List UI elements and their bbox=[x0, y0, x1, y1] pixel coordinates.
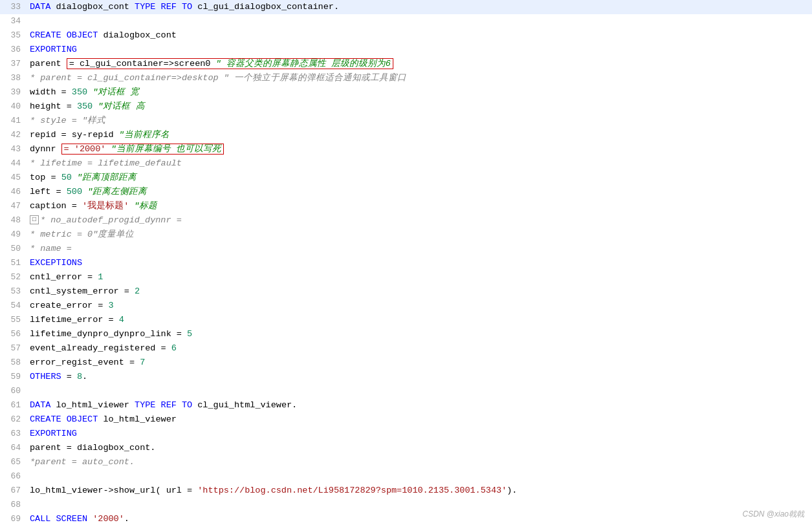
code-token: parent = dialogbox_cont. bbox=[30, 443, 155, 453]
line-content[interactable]: cntl_system_error = 2 bbox=[27, 284, 812, 299]
line-content[interactable]: EXCEPTIONS bbox=[27, 256, 812, 270]
code-token: caption bbox=[30, 201, 67, 211]
line-content[interactable]: *parent = auto_cont. bbox=[27, 455, 812, 469]
table-row: 44* lifetime = lifetime_default bbox=[0, 156, 812, 171]
table-row: 52 cntl_error = 1 bbox=[0, 270, 812, 284]
line-content[interactable]: □* no_autodef_progid_dynnr = bbox=[27, 213, 812, 228]
code-token: * bbox=[30, 116, 40, 125]
line-content[interactable]: height = 350 "对话框 高 bbox=[27, 100, 812, 114]
code-token: . bbox=[292, 400, 297, 410]
code-token: EXPORTING bbox=[30, 45, 77, 54]
code-token: create_error bbox=[30, 301, 93, 310]
table-row: 51 EXCEPTIONS bbox=[0, 256, 812, 270]
code-token: CALL SCREEN bbox=[30, 514, 93, 524]
code-token: "距离左侧距离 bbox=[82, 187, 147, 197]
line-content[interactable]: dynnr = '2000' "当前屏幕编号 也可以写死 bbox=[27, 142, 812, 156]
line-number: 57 bbox=[0, 341, 27, 356]
line-content[interactable]: * parent = cl_gui_container=>desktop " 一… bbox=[27, 71, 812, 85]
line-content[interactable]: OTHERS = 8. bbox=[27, 370, 812, 384]
line-content[interactable]: EXPORTING bbox=[27, 427, 812, 441]
code-token: = bbox=[45, 173, 61, 182]
code-token: 4 bbox=[119, 315, 124, 325]
code-token: name bbox=[40, 244, 61, 253]
table-row: 34 bbox=[0, 14, 812, 28]
line-content[interactable]: top = 50 "距离顶部距离 bbox=[27, 171, 812, 185]
code-token: dialogbox_cont bbox=[103, 30, 176, 40]
table-row: 48□* no_autodef_progid_dynnr = bbox=[0, 213, 812, 228]
code-token: * bbox=[30, 158, 40, 168]
line-content[interactable]: event_already_registered = 6 bbox=[27, 341, 812, 356]
code-token: "当前程序名 bbox=[114, 130, 170, 140]
code-token: lifetime_error bbox=[30, 315, 103, 325]
table-row: 33DATA dialogbox_cont TYPE REF TO cl_gui… bbox=[0, 0, 812, 14]
table-row: 57 event_already_registered = 6 bbox=[0, 341, 812, 356]
line-content[interactable]: error_regist_event = 7 bbox=[27, 356, 812, 370]
line-content[interactable]: * style = "样式 bbox=[27, 114, 812, 128]
line-content[interactable]: * name = bbox=[27, 242, 812, 256]
table-row: 67lo_html_viewer->show_url( url = 'https… bbox=[0, 484, 812, 498]
line-content[interactable]: * metric = 0"度量单位 bbox=[27, 228, 812, 242]
line-content[interactable]: parent = dialogbox_cont. bbox=[27, 441, 812, 455]
expand-icon[interactable]: □ bbox=[30, 215, 39, 224]
line-content[interactable]: DATA dialogbox_cont TYPE REF TO cl_gui_d… bbox=[27, 0, 812, 14]
line-number: 64 bbox=[0, 441, 27, 455]
line-content[interactable]: caption = '我是标题' "标题 bbox=[27, 199, 812, 213]
code-token: sy-repid bbox=[72, 130, 114, 140]
line-content[interactable]: CREATE OBJECT dialogbox_cont bbox=[27, 28, 812, 43]
code-token: EXPORTING bbox=[30, 429, 77, 438]
line-number: 65 bbox=[0, 455, 27, 469]
line-content[interactable]: cntl_error = 1 bbox=[27, 270, 812, 284]
code-token: . bbox=[82, 372, 87, 381]
line-content[interactable]: lifetime_error = 4 bbox=[27, 313, 812, 327]
line-content[interactable]: left = 500 "距离左侧距离 bbox=[27, 185, 812, 199]
line-number: 68 bbox=[0, 498, 27, 512]
code-token: lifetime_dynpro_dynpro_link bbox=[30, 329, 171, 339]
line-number: 46 bbox=[0, 185, 27, 199]
table-row: 65 *parent = auto_cont. bbox=[0, 455, 812, 469]
code-token: = bbox=[155, 343, 171, 353]
code-token: cntl_error bbox=[30, 272, 82, 282]
code-token: = "样式 bbox=[67, 116, 105, 125]
code-token: '我是标题' bbox=[82, 201, 129, 211]
line-number: 33 bbox=[0, 0, 27, 14]
code-token: TYPE bbox=[135, 2, 161, 12]
line-content[interactable]: create_error = 3 bbox=[27, 299, 812, 313]
code-token: top bbox=[30, 173, 45, 182]
table-row: 59 OTHERS = 8. bbox=[0, 370, 812, 384]
table-row: 43 dynnr = '2000' "当前屏幕编号 也可以写死 bbox=[0, 142, 812, 156]
line-number: 45 bbox=[0, 171, 27, 185]
line-content[interactable]: lifetime_dynpro_dynpro_link = 5 bbox=[27, 327, 812, 341]
code-token: 5 bbox=[187, 329, 192, 339]
code-token: error_regist_event bbox=[30, 358, 124, 367]
code-token: "对话框 宽 bbox=[87, 87, 139, 97]
table-row: 47 caption = '我是标题' "标题 bbox=[0, 199, 812, 213]
highlighted-box: = cl_gui_container=>screen0 " 容器父类的屏幕静态属… bbox=[67, 58, 393, 69]
code-token: cl_gui_html_viewer bbox=[197, 400, 292, 410]
code-token: DATA bbox=[30, 2, 56, 12]
code-token: = 0"度量单位 bbox=[72, 230, 135, 239]
line-content[interactable]: lo_html_viewer->show_url( url = 'https:/… bbox=[27, 484, 812, 498]
line-content[interactable]: parent = cl_gui_container=>screen0 " 容器父… bbox=[27, 57, 812, 71]
line-content[interactable]: * lifetime = lifetime_default bbox=[27, 156, 812, 171]
table-row: 63 EXPORTING bbox=[0, 427, 812, 441]
line-content[interactable]: DATA lo_html_viewer TYPE REF TO cl_gui_h… bbox=[27, 398, 812, 412]
table-row: 46 left = 500 "距离左侧距离 bbox=[0, 185, 812, 199]
line-content[interactable]: width = 350 "对话框 宽 bbox=[27, 85, 812, 100]
code-token: 2 bbox=[135, 286, 140, 296]
code-token: event_already_registered bbox=[30, 343, 155, 353]
line-content[interactable]: CREATE OBJECT lo_html_viewer bbox=[27, 412, 812, 427]
table-row: 35CREATE OBJECT dialogbox_cont bbox=[0, 28, 812, 43]
line-content[interactable]: CALL SCREEN '2000'. bbox=[27, 512, 812, 525]
line-content[interactable]: repid = sy-repid "当前程序名 bbox=[27, 128, 812, 142]
code-area[interactable]: 33DATA dialogbox_cont TYPE REF TO cl_gui… bbox=[0, 0, 812, 525]
code-token: = bbox=[56, 130, 72, 140]
line-number: 43 bbox=[0, 142, 27, 156]
code-token: = bbox=[67, 201, 82, 211]
code-token: lo_html_viewer bbox=[103, 414, 176, 424]
code-token: = lifetime_default bbox=[82, 158, 182, 168]
code-token: 350 bbox=[77, 102, 93, 111]
code-token: 500 bbox=[67, 187, 82, 197]
code-token: = bbox=[93, 301, 108, 310]
line-content[interactable]: EXPORTING bbox=[27, 43, 812, 57]
table-row: 60 bbox=[0, 384, 812, 398]
